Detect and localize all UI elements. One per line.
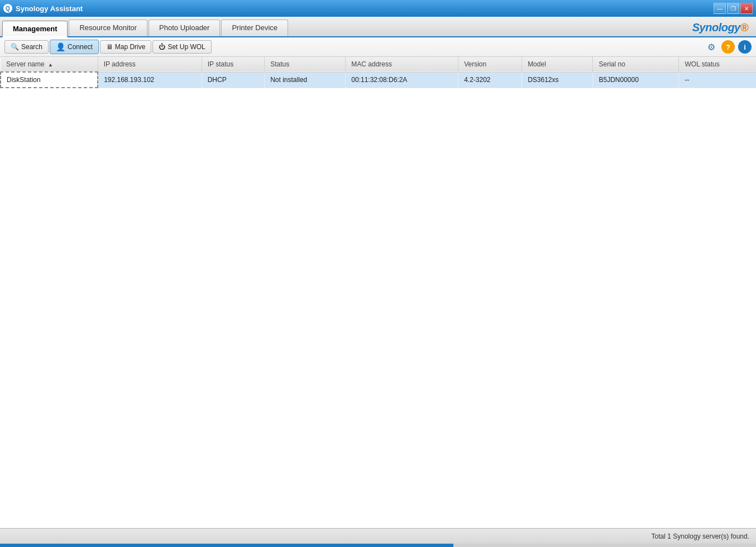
toolbar-right: ⚙ ? i xyxy=(705,40,752,54)
map-drive-button[interactable]: 🖥 Map Drive xyxy=(100,40,152,54)
toolbar-left: 🔍 Search 👤 Connect 🖥 Map Drive ⏻ Set Up … xyxy=(4,40,212,54)
close-button[interactable]: ✕ xyxy=(740,3,753,14)
tab-printer-device[interactable]: Printer Device xyxy=(221,20,288,36)
setup-wol-icon: ⏻ xyxy=(159,43,165,51)
sort-arrow-icon: ▲ xyxy=(48,62,53,68)
status-bar: Total 1 Synology server(s) found. xyxy=(0,528,756,544)
tab-bar: Management Resource Monitor Photo Upload… xyxy=(0,17,756,37)
bottom-progress-bar xyxy=(0,544,756,547)
col-ip-address[interactable]: IP address xyxy=(98,57,202,72)
cell-ip-address: 192.168.193.102 xyxy=(98,72,202,88)
info-icon[interactable]: i xyxy=(738,40,752,54)
cell-model: DS3612xs xyxy=(522,72,593,88)
toolbar: 🔍 Search 👤 Connect 🖥 Map Drive ⏻ Set Up … xyxy=(0,37,756,57)
settings-icon[interactable]: ⚙ xyxy=(705,40,718,54)
help-icon[interactable]: ? xyxy=(721,40,735,54)
col-model[interactable]: Model xyxy=(522,57,593,72)
table-header-row: Server name ▲ IP address IP status Statu… xyxy=(1,57,756,72)
title-bar: Q Synology Assistant — ❐ ✕ xyxy=(0,0,756,17)
server-table: Server name ▲ IP address IP status Statu… xyxy=(0,57,756,88)
tab-management[interactable]: Management xyxy=(2,21,68,37)
restore-button[interactable]: ❐ xyxy=(727,3,739,14)
col-mac-address[interactable]: MAC address xyxy=(346,57,458,72)
connect-icon: 👤 xyxy=(56,42,65,51)
cell-server-name: DiskStation xyxy=(1,72,98,88)
col-server-name[interactable]: Server name ▲ xyxy=(1,57,98,72)
title-bar-controls: — ❐ ✕ xyxy=(714,3,753,14)
app-icon: Q xyxy=(3,4,12,13)
setup-wol-button[interactable]: ⏻ Set Up WOL xyxy=(152,40,211,54)
map-drive-label: Map Drive xyxy=(115,43,146,51)
connect-label: Connect xyxy=(68,43,93,51)
table-area: Server name ▲ IP address IP status Statu… xyxy=(0,57,756,528)
search-button[interactable]: 🔍 Search xyxy=(4,40,49,54)
cell-wol-status: -- xyxy=(679,72,756,88)
col-version[interactable]: Version xyxy=(458,57,522,72)
map-drive-icon: 🖥 xyxy=(106,43,113,51)
app-title: Synology Assistant xyxy=(16,4,83,13)
connect-button[interactable]: 👤 Connect xyxy=(50,40,99,54)
tab-resource-monitor[interactable]: Resource Monitor xyxy=(69,20,147,36)
col-wol-status[interactable]: WOL status xyxy=(679,57,756,72)
title-bar-left: Q Synology Assistant xyxy=(3,4,83,13)
cell-ip-status: DHCP xyxy=(202,72,265,88)
search-label: Search xyxy=(21,43,42,51)
col-status[interactable]: Status xyxy=(265,57,346,72)
cell-mac-address: 00:11:32:08:D6:2A xyxy=(346,72,458,88)
setup-wol-label: Set Up WOL xyxy=(168,43,205,51)
table-row[interactable]: DiskStation 192.168.193.102 DHCP Not ins… xyxy=(1,72,756,88)
tab-photo-uploader[interactable]: Photo Uploader xyxy=(149,20,220,36)
cell-version: 4.2-3202 xyxy=(458,72,522,88)
cell-serial-no: B5JDN00000 xyxy=(593,72,679,88)
col-ip-status[interactable]: IP status xyxy=(202,57,265,72)
minimize-button[interactable]: — xyxy=(714,3,726,14)
cell-status: Not installed xyxy=(265,72,346,88)
col-serial-no[interactable]: Serial no xyxy=(593,57,679,72)
tabs-container: Management Resource Monitor Photo Upload… xyxy=(2,20,288,36)
synology-logo: Synology® xyxy=(687,19,754,36)
search-icon: 🔍 xyxy=(11,43,19,51)
status-message: Total 1 Synology server(s) found. xyxy=(652,532,749,540)
